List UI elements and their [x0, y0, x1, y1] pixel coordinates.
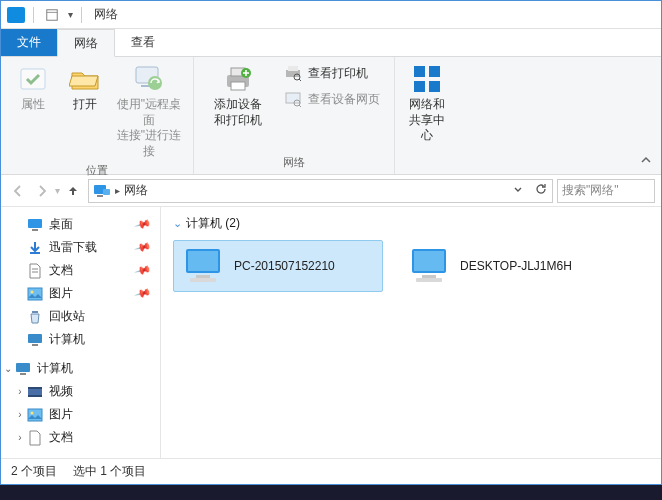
open-button[interactable]: 打开	[61, 61, 109, 115]
svg-line-13	[299, 79, 301, 81]
svg-rect-20	[429, 81, 440, 92]
recycle-bin-icon	[27, 309, 43, 325]
view-device-page-label: 查看设备网页	[308, 91, 380, 108]
network-location-icon	[93, 183, 111, 199]
sidebar-item-pictures-2[interactable]: › 图片	[1, 403, 160, 426]
caret-right-icon[interactable]: ›	[15, 409, 25, 420]
dropdown-icon	[511, 182, 525, 196]
refresh-icon	[534, 182, 548, 196]
sidebar-label: 文档	[49, 262, 73, 279]
titlebar: ▾ 网络	[1, 1, 661, 29]
svg-rect-0	[47, 9, 58, 20]
nav-up-button[interactable]	[62, 180, 84, 202]
nav-back-button[interactable]	[7, 180, 29, 202]
device-page-icon	[284, 90, 302, 108]
sidebar-label: 视频	[49, 383, 73, 400]
address-field[interactable]: ▸ 网络	[88, 179, 553, 203]
picture-icon	[27, 286, 43, 302]
svg-point-30	[31, 290, 34, 293]
computer-icon	[27, 332, 43, 348]
status-bar: 2 个项目 选中 1 个项目	[1, 458, 661, 484]
picture-icon	[27, 407, 43, 423]
window-title: 网络	[94, 6, 118, 23]
separator	[33, 7, 34, 23]
tab-network[interactable]: 网络	[57, 29, 115, 57]
sidebar-item-documents-2[interactable]: › 文档	[1, 426, 160, 449]
sidebar-item-recycle[interactable]: 回收站	[1, 305, 160, 328]
sidebar-item-computer-quick[interactable]: 计算机	[1, 328, 160, 351]
svg-rect-44	[190, 278, 216, 282]
network-center-label: 网络和 共享中心	[405, 97, 449, 144]
view-printers-button[interactable]: 查看打印机	[278, 61, 386, 85]
printer-search-icon	[284, 64, 302, 82]
properties-button[interactable]: 属性	[9, 61, 57, 115]
sidebar-item-desktop[interactable]: 桌面 📌	[1, 213, 160, 236]
sidebar-label: 回收站	[49, 308, 85, 325]
search-placeholder: 搜索"网络"	[562, 182, 619, 199]
sidebar-label: 计算机	[37, 360, 73, 377]
pin-icon: 📌	[134, 215, 153, 233]
content-pane: ⌄ 计算机 (2) PC-201507152210	[161, 207, 661, 458]
caret-down-icon[interactable]: ⌄	[3, 363, 13, 374]
sidebar-label: 图片	[49, 406, 73, 423]
sidebar-item-pictures[interactable]: 图片 📌	[1, 282, 160, 305]
caret-right-icon[interactable]: ›	[15, 386, 25, 397]
view-device-page-button[interactable]: 查看设备网页	[278, 87, 386, 111]
svg-rect-24	[28, 219, 42, 228]
explorer-window: ▾ 网络 文件 网络 查看 属性 打开	[0, 0, 662, 485]
add-device-button[interactable]: 添加设备 和打印机	[202, 61, 274, 130]
svg-rect-17	[414, 66, 425, 77]
ribbon-collapse-button[interactable]	[631, 149, 661, 174]
chevron-right-icon: ▸	[115, 185, 120, 196]
nav-history-dropdown[interactable]: ▾	[55, 185, 60, 196]
svg-rect-25	[32, 229, 38, 231]
svg-rect-37	[28, 387, 42, 389]
svg-rect-14	[286, 93, 300, 103]
computer-icon	[15, 361, 31, 377]
ribbon-group-location: 属性 打开 使用"远程桌面 连接"进行连接 位置	[1, 57, 194, 174]
computer-item[interactable]: PC-201507152210	[173, 240, 383, 292]
sidebar-item-thunder[interactable]: 迅雷下载 📌	[1, 236, 160, 259]
computer-item[interactable]: DESKTOP-JLJ1M6H	[399, 240, 609, 292]
qat-dropdown-icon[interactable]: ▾	[68, 9, 73, 20]
sidebar-label: 图片	[49, 285, 73, 302]
rdp-button[interactable]: 使用"远程桌面 连接"进行连接	[113, 61, 185, 161]
network-center-button[interactable]: 网络和 共享中心	[403, 61, 451, 146]
section-header-computers[interactable]: ⌄ 计算机 (2)	[173, 215, 649, 232]
computer-icon	[182, 247, 224, 285]
tab-view[interactable]: 查看	[115, 29, 171, 56]
svg-rect-18	[429, 66, 440, 77]
svg-rect-35	[20, 373, 26, 375]
svg-point-5	[148, 76, 162, 90]
tab-file[interactable]: 文件	[1, 29, 57, 56]
arrow-left-icon	[11, 184, 25, 198]
chevron-up-icon	[639, 153, 653, 167]
document-icon	[27, 430, 43, 446]
svg-rect-46	[414, 251, 444, 271]
qat-properties-icon[interactable]	[42, 5, 62, 25]
sidebar-label: 迅雷下载	[49, 239, 97, 256]
search-input[interactable]: 搜索"网络"	[557, 179, 655, 203]
sidebar-item-documents[interactable]: 文档 📌	[1, 259, 160, 282]
svg-rect-38	[28, 395, 42, 397]
status-selected-count: 选中 1 个项目	[73, 463, 146, 480]
svg-rect-42	[188, 251, 218, 271]
sidebar-item-computer[interactable]: ⌄ 计算机	[1, 357, 160, 380]
caret-right-icon[interactable]: ›	[15, 432, 25, 443]
printer-add-icon	[222, 63, 254, 95]
svg-rect-48	[416, 278, 442, 282]
ribbon-group-center: 网络和 共享中心	[395, 57, 459, 174]
download-icon	[27, 240, 43, 256]
open-label: 打开	[73, 97, 97, 113]
svg-rect-10	[286, 70, 300, 77]
svg-rect-47	[422, 275, 436, 278]
video-icon	[27, 384, 43, 400]
breadcrumb-segment[interactable]: 网络	[124, 182, 148, 199]
remote-desktop-icon	[133, 63, 165, 95]
sidebar-item-videos[interactable]: › 视频	[1, 380, 160, 403]
refresh-button[interactable]	[511, 182, 548, 199]
ribbon-tabs: 文件 网络 查看	[1, 29, 661, 57]
nav-forward-button[interactable]	[31, 180, 53, 202]
svg-rect-34	[16, 363, 30, 372]
sidebar-label: 文档	[49, 429, 73, 446]
